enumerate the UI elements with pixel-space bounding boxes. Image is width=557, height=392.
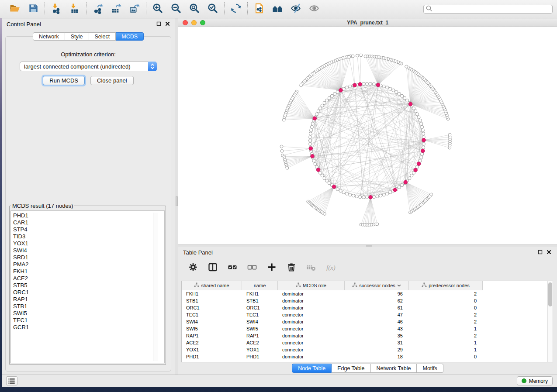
task-history-button[interactable] — [6, 376, 17, 385]
import-network-button[interactable] — [50, 3, 63, 16]
table-cell: 46 — [345, 319, 409, 324]
column-header-MCDS-role[interactable]: MCDS role — [278, 281, 345, 290]
search-box[interactable] — [423, 5, 553, 14]
mcds-result-item[interactable]: RAP1 — [13, 296, 164, 303]
mcds-result-item[interactable]: ACE2 — [13, 275, 164, 282]
table-cell: 2 — [409, 319, 483, 324]
show-graphics-details-button[interactable] — [308, 3, 321, 16]
table-row[interactable]: STB1STB1dominator620 — [182, 297, 553, 304]
toolbar-group — [45, 3, 86, 16]
mcds-result-item[interactable]: SRD1 — [13, 254, 164, 261]
mcds-result-item[interactable]: YOX1 — [13, 240, 164, 247]
mcds-result-item[interactable]: SWI4 — [13, 247, 164, 254]
table-row[interactable]: RAP1RAP1dominator352 — [182, 332, 553, 339]
toolbar-group — [86, 3, 146, 16]
memory-button[interactable]: Memory — [517, 376, 553, 385]
column-header-predecessor-nodes[interactable]: predecessor nodes — [409, 281, 483, 290]
tab-motifs[interactable]: Motifs — [417, 364, 443, 373]
tab-edge-table[interactable]: Edge Table — [332, 364, 370, 373]
mcds-result-item[interactable]: STB1 — [13, 303, 164, 310]
zoom-out-icon — [170, 3, 182, 15]
network-window-titlebar[interactable]: YPA_prune.txt_1 — [178, 18, 557, 27]
column-header-shared-name[interactable]: shared name — [182, 281, 242, 290]
splitter-grip[interactable] — [176, 196, 178, 206]
tab-mcds[interactable]: MCDS — [116, 32, 144, 41]
zoom-selected-button[interactable] — [206, 3, 219, 16]
column-header-successor-nodes[interactable]: successor nodes — [345, 281, 409, 290]
mcds-result-item[interactable]: PMA2 — [13, 261, 164, 268]
tab-node-table[interactable]: Node Table — [292, 364, 332, 373]
result-list-scrollbar[interactable] — [153, 213, 158, 361]
column-header-name[interactable]: name — [242, 281, 278, 290]
export-network-button[interactable] — [91, 3, 104, 16]
mcds-result-item[interactable]: FKH1 — [13, 268, 164, 275]
search-binoculars-button[interactable] — [271, 3, 284, 16]
mcds-result-item[interactable]: TID3 — [13, 233, 164, 240]
tab-style[interactable]: Style — [65, 32, 89, 41]
mcds-result-item[interactable]: TEC1 — [13, 317, 164, 324]
table-row[interactable]: PHD1PHD1dominator180 — [182, 353, 553, 360]
tab-select[interactable]: Select — [89, 32, 116, 41]
close-panel-icon[interactable] — [547, 249, 551, 256]
table-row[interactable]: SWI5SWI5connector431 — [182, 325, 553, 332]
float-panel-icon[interactable] — [538, 249, 543, 256]
table-row[interactable]: SWI4SWI4dominator462 — [182, 318, 553, 325]
network-canvas[interactable] — [178, 27, 557, 244]
hide-graphics-details-button[interactable] — [289, 3, 302, 16]
deselect-all-button[interactable] — [246, 261, 258, 274]
save-session-button[interactable] — [27, 3, 40, 16]
status-bar: Memory — [2, 375, 557, 387]
table-cell: dominator — [278, 305, 345, 310]
zoom-out-button[interactable] — [170, 3, 183, 16]
table-row[interactable]: ACE2ACE2connector311 — [182, 339, 553, 346]
table-row[interactable]: YOX1YOX1connector291 — [182, 346, 553, 353]
search-input[interactable] — [433, 6, 551, 12]
export-table-button[interactable] — [110, 3, 123, 16]
table-cell: 96 — [345, 291, 409, 296]
table-scrollbar[interactable] — [547, 281, 553, 362]
import-table-button[interactable] — [68, 3, 81, 16]
mcds-result-item[interactable]: GCR1 — [13, 324, 164, 331]
table-row[interactable]: ORC1ORC1dominator610 — [182, 304, 553, 311]
scrollbar-thumb[interactable] — [548, 282, 552, 306]
table-row[interactable]: TEC1TEC1connector472 — [182, 311, 553, 318]
vertical-splitter[interactable] — [175, 18, 178, 375]
mcds-result-item[interactable]: SWI5 — [13, 310, 164, 317]
mcds-result-item[interactable]: CAR1 — [13, 219, 164, 226]
close-panel-icon[interactable] — [165, 21, 170, 28]
table-cell: 61 — [345, 305, 409, 310]
table-cell: connector — [278, 312, 345, 317]
tab-network-table[interactable]: Network Table — [371, 364, 417, 373]
open-file-button[interactable] — [8, 3, 21, 16]
mcds-result-list[interactable]: PHD1CAR1STP4TID3YOX1SWI4SRD1PMA2FKH1ACE2… — [10, 210, 165, 363]
criterion-select[interactable]: largest connected component (undirected) — [20, 62, 157, 71]
table-row[interactable]: FKH1FKH1dominator962 — [182, 290, 553, 297]
zoom-fit-button[interactable] — [188, 3, 201, 16]
run-mcds-button[interactable]: Run MCDS — [43, 76, 85, 85]
export-image-button[interactable] — [128, 3, 141, 16]
float-panel-icon[interactable] — [156, 21, 161, 28]
tree-icon — [296, 282, 301, 289]
network-file-button[interactable] — [253, 3, 266, 16]
delete-column-button[interactable] — [285, 261, 298, 274]
refresh-layout-button[interactable] — [229, 3, 242, 16]
tab-network[interactable]: Network — [33, 32, 65, 41]
add-column-button[interactable] — [266, 261, 278, 274]
network-graph[interactable] — [178, 27, 557, 244]
toggle-panel-button[interactable] — [207, 261, 219, 274]
mcds-result-item[interactable]: PHD1 — [13, 212, 164, 219]
zoom-in-button[interactable] — [151, 3, 164, 16]
mcds-result-item[interactable]: STB5 — [13, 282, 164, 289]
mcds-result-item[interactable]: ORC1 — [13, 289, 164, 296]
close-panel-button[interactable]: Close panel — [90, 76, 134, 85]
table-cell: connector — [278, 326, 345, 331]
select-all-button[interactable] — [226, 261, 239, 274]
table-settings-button[interactable] — [187, 261, 199, 274]
table-cell: STB1 — [182, 298, 242, 303]
table-cell: dominator — [278, 291, 345, 296]
mcds-result-item[interactable]: STP4 — [13, 226, 164, 233]
table-cell: 0 — [409, 298, 483, 303]
hide-graphics-details-icon — [290, 3, 301, 15]
memory-status-icon — [522, 378, 526, 383]
node-table[interactable]: shared namenameMCDS rolesuccessor nodesp… — [181, 281, 553, 362]
